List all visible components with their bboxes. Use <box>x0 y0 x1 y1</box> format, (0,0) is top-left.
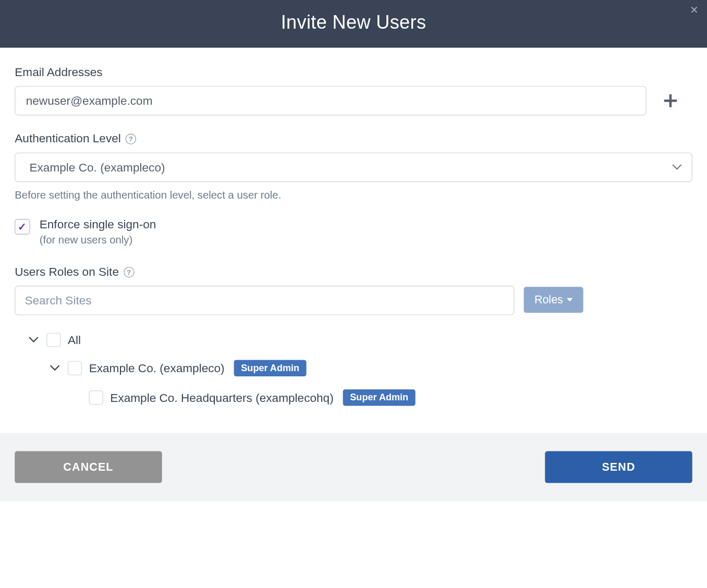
roles-button-label: Roles <box>534 293 563 307</box>
tree-label-all: All <box>68 333 81 347</box>
tree-checkbox-hq[interactable] <box>89 390 103 405</box>
role-badge: Super Admin <box>343 389 416 406</box>
help-icon[interactable]: ? <box>126 133 136 144</box>
email-input[interactable] <box>15 86 646 116</box>
tree-label-hq: Example Co. Headquarters (examplecohq) <box>110 391 333 405</box>
help-icon[interactable]: ? <box>124 266 134 277</box>
sso-sublabel: (for new users only) <box>40 234 156 247</box>
auth-level-select[interactable]: Example Co. (exampleco) <box>15 153 692 182</box>
modal-title: Invite New Users <box>0 12 707 34</box>
email-label: Email Addresses <box>15 65 692 79</box>
chevron-down-icon[interactable] <box>28 337 40 342</box>
auth-level-group: Authentication Level ? Example Co. (exam… <box>15 132 692 201</box>
tree-row-hq: Example Co. Headquarters (examplecohq) S… <box>28 389 692 406</box>
search-row: Roles <box>15 286 692 315</box>
auth-level-helper: Before setting the authentication level,… <box>15 189 692 202</box>
search-sites-input[interactable] <box>15 286 514 315</box>
add-email-icon[interactable] <box>664 94 677 107</box>
sso-checkbox[interactable] <box>15 219 30 234</box>
modal-body: Email Addresses Authentication Level ? E… <box>0 48 707 433</box>
caret-down-icon <box>567 298 572 302</box>
tree-row-org: Example Co. (exampleco) Super Admin <box>28 360 692 376</box>
email-group: Email Addresses <box>15 65 692 115</box>
modal-footer: CANCEL SEND <box>0 433 707 501</box>
tree-label-org: Example Co. (exampleco) <box>89 361 225 375</box>
roles-dropdown-button[interactable]: Roles <box>524 287 583 313</box>
modal-header: Invite New Users ✕ <box>0 0 707 48</box>
tree-checkbox-all[interactable] <box>46 333 60 347</box>
cancel-button[interactable]: CANCEL <box>15 451 162 483</box>
email-row <box>15 86 692 116</box>
tree-row-all: All <box>28 333 692 347</box>
roles-label: Users Roles on Site <box>15 265 119 279</box>
close-icon[interactable]: ✕ <box>690 5 699 15</box>
roles-group: Users Roles on Site ? Roles All <box>15 265 692 406</box>
role-badge: Super Admin <box>234 360 307 376</box>
sites-tree: All Example Co. (exampleco) Super Admin … <box>15 333 692 406</box>
auth-level-selected-value: Example Co. (exampleco) <box>30 161 165 174</box>
chevron-down-icon[interactable] <box>49 365 61 371</box>
tree-checkbox-org[interactable] <box>68 361 82 375</box>
auth-level-select-wrapper: Example Co. (exampleco) <box>15 153 692 182</box>
sso-row: Enforce single sign-on (for new users on… <box>15 218 692 246</box>
send-button[interactable]: SEND <box>545 451 692 483</box>
sso-label: Enforce single sign-on <box>40 218 156 231</box>
invite-users-modal: Invite New Users ✕ Email Addresses Authe… <box>0 0 707 501</box>
auth-level-label: Authentication Level <box>15 132 121 145</box>
